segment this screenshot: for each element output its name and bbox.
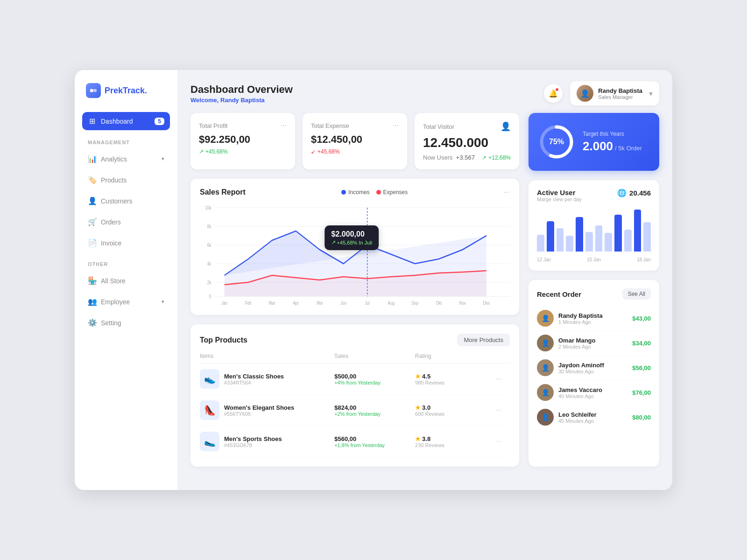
sidebar-item-label: All Store [101, 277, 126, 285]
row-options-button[interactable]: ··· [496, 406, 502, 414]
star-icon: ★ [415, 373, 421, 380]
sidebar-item-orders[interactable]: 🛒 Orders [82, 213, 170, 231]
sidebar-item-analytics[interactable]: 📊 Analytics ▾ [82, 150, 170, 168]
order-info: Randy Baptista 1 Minutes Ago [558, 312, 627, 325]
user-profile-button[interactable]: 👤 Randy Baptista Sales Manager ▾ [570, 81, 659, 105]
product-info: Men's Sports Shoes #453GO678 [224, 435, 282, 448]
sidebar-item-label: Products [101, 176, 127, 184]
sidebar-item-invoice[interactable]: 📄 Invoice [82, 234, 170, 252]
sidebar-item-products[interactable]: 🏷️ Products [82, 171, 170, 189]
sidebar-item-customers[interactable]: 👤 Customers [82, 192, 170, 210]
right-column: 75% Target this Years 2.000 / 5k Order [529, 113, 659, 467]
order-time: 40 Minutes Ago [558, 393, 627, 399]
arrow-up-icon: ↗ [482, 154, 486, 161]
notification-button[interactable]: 🔔 [544, 84, 563, 103]
svg-text:Okt: Okt [436, 301, 442, 306]
sidebar-item-employee[interactable]: 👥 Employee ▾ [82, 293, 170, 311]
top-products-card: Top Products More Products Items Sales R… [190, 324, 519, 467]
rating-reviews: 600 Reviews [415, 411, 496, 417]
welcome-username: Randy Baptista [220, 97, 265, 104]
chart-options-button[interactable]: ··· [504, 188, 510, 196]
tooltip-value: $2.000,00 [331, 230, 373, 238]
svg-text:Des: Des [483, 301, 490, 306]
avatar: 👤 [537, 359, 554, 376]
left-column: Total Profit ··· $92.250,00 ↗ +45,68% To… [190, 113, 519, 467]
bar [547, 221, 554, 252]
product-info: Women's Elegant Shoes #556TY608 [224, 404, 294, 417]
page-header: Dashboard Overview Welcome, Randy Baptis… [177, 70, 672, 113]
sales-change: +2% from Yesterday [334, 411, 415, 417]
product-id: #334RT564 [224, 380, 284, 385]
sidebar-item-setting[interactable]: ⚙️ Setting [82, 314, 170, 332]
page-title: Dashboard Overview [190, 84, 544, 96]
setting-icon: ⚙️ [88, 318, 96, 327]
more-products-button[interactable]: More Products [457, 334, 510, 346]
sidebar-item-dashboard[interactable]: ⊞ Dashboard 5 [82, 112, 170, 130]
arrow-down-icon: ↙ [311, 148, 316, 155]
sidebar-item-label: Dashboard [101, 118, 133, 125]
bar-chart-labels: 12 Jan 15 Jan 18 Jan [537, 255, 651, 262]
order-name: James Vaccaro [558, 386, 627, 393]
svg-text:Apr: Apr [293, 301, 299, 306]
invoice-icon: 📄 [88, 238, 96, 247]
svg-text:Nov: Nov [459, 301, 466, 306]
avatar: 👤 [577, 85, 593, 102]
svg-text:Aug: Aug [388, 301, 395, 306]
analytics-icon: 📊 [88, 154, 96, 163]
sidebar-item-label: Customers [101, 197, 133, 205]
row-options-button[interactable]: ··· [496, 437, 502, 445]
content-body: Total Profit ··· $92.250,00 ↗ +45,68% To… [177, 113, 672, 478]
list-item: 👤 James Vaccaro 40 Minutes Ago $76,00 [537, 380, 651, 405]
stat-card-profit: Total Profit ··· $92.250,00 ↗ +45,68% [190, 113, 295, 169]
product-info: Men's Classic Shoes #334RT564 [224, 373, 284, 385]
expenses-dot [376, 190, 381, 195]
sidebar-item-label: Setting [101, 319, 121, 327]
incomes-dot [341, 190, 346, 195]
section-label-other: OTHER [82, 255, 170, 269]
sidebar-item-allstore[interactable]: 🏪 All Store [82, 272, 170, 290]
table-header: Items Sales Rating [200, 353, 510, 364]
target-percent: 75% [549, 138, 564, 146]
bar [576, 217, 583, 252]
order-info: Leo Schleifer 45 Minutes Ago [558, 411, 627, 424]
see-all-button[interactable]: See All [622, 288, 651, 300]
bar [614, 215, 622, 252]
rating-reviews: 980 Reviews [415, 380, 496, 385]
bar [643, 222, 651, 252]
target-value: 2.000 [583, 139, 613, 154]
chevron-down-icon: ▾ [162, 156, 164, 162]
sidebar-item-label: Orders [101, 218, 121, 226]
user-details: Randy Baptista Sales Manager [598, 87, 642, 100]
list-item: 👤 Randy Baptista 1 Minutes Ago $43,00 [537, 306, 651, 331]
svg-text:8k: 8k [207, 224, 211, 229]
svg-text:Feb: Feb [245, 301, 252, 306]
svg-text:Jun: Jun [340, 301, 346, 306]
bar [585, 232, 593, 252]
bar-label: 18 Jan [637, 257, 651, 262]
product-image: 👠 [200, 400, 219, 420]
order-info: James Vaccaro 40 Minutes Ago [558, 386, 627, 399]
order-info: Omar Mango 2 Minutes Ago [558, 337, 627, 350]
stat-options-button[interactable]: ··· [281, 121, 287, 130]
table-row: 🥿 Men's Sports Shoes #453GO678 $560,00 +… [200, 426, 510, 457]
legend-label: Expenses [383, 189, 408, 196]
products-icon: 🏷️ [88, 175, 96, 184]
new-users-count: +3.567 [456, 154, 475, 161]
row-options-button[interactable]: ··· [496, 375, 502, 383]
sales-value: $500,00 [334, 373, 415, 380]
bar [537, 235, 544, 252]
list-item: 👤 Omar Mango 2 Minutes Ago $34,00 [537, 331, 651, 356]
stat-label: Total Expense [311, 122, 349, 129]
header-titles: Dashboard Overview Welcome, Randy Baptis… [190, 84, 544, 104]
stat-options-button[interactable]: ··· [393, 121, 399, 130]
stat-cards: Total Profit ··· $92.250,00 ↗ +45,68% To… [190, 113, 519, 169]
order-name: Jaydon Aminoff [558, 362, 627, 369]
order-name: Omar Mango [558, 337, 627, 344]
sales-value: $560,00 [334, 435, 415, 442]
active-user-count: 🌐 20.456 [617, 189, 651, 197]
user-name: Randy Baptista [598, 87, 642, 94]
product-id: #556TY608 [224, 411, 294, 417]
star-icon: ★ [415, 435, 421, 442]
svg-text:Jan: Jan [221, 301, 227, 306]
rating-reviews: 230 Reviews [415, 442, 496, 448]
